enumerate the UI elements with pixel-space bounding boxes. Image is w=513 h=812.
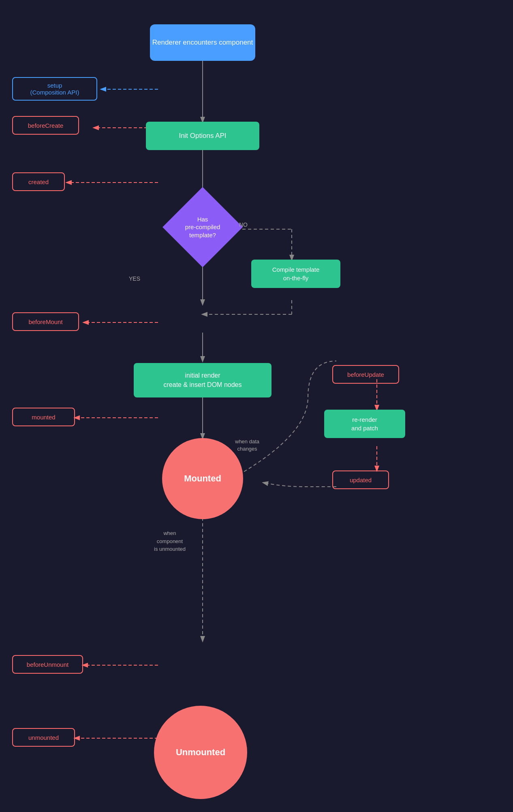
mounted-hook-box: mounted [12, 408, 75, 426]
before-unmount-box: beforeUnmount [12, 655, 83, 674]
unmounted-circle: Unmounted [154, 706, 247, 799]
updated-box: updated [332, 470, 389, 489]
initial-render-box: initial rendercreate & insert DOM nodes [134, 363, 271, 397]
before-create-box: beforeCreate [12, 116, 79, 135]
created-box: created [12, 172, 65, 191]
when-unmounted-label: whencomponentis unmounted [154, 529, 186, 553]
when-data-changes-label: when datachanges [235, 438, 259, 453]
setup-box: setup(Composition API) [12, 77, 97, 101]
yes-label: YES [129, 275, 140, 283]
init-options-box: Init Options API [146, 122, 259, 150]
unmounted-hook-box: unmounted [12, 728, 75, 747]
no-label: NO [239, 221, 248, 229]
re-render-box: re-renderand patch [324, 410, 405, 438]
mounted-circle: Mounted [162, 438, 243, 519]
renderer-box: Renderer encounters component [150, 24, 255, 61]
before-update-box: beforeUpdate [332, 365, 399, 384]
before-mount-box: beforeMount [12, 312, 79, 331]
compile-template-box: Compile templateon-the-fly [251, 260, 340, 288]
diagram-container: Renderer encounters component setup(Comp… [0, 8, 513, 812]
